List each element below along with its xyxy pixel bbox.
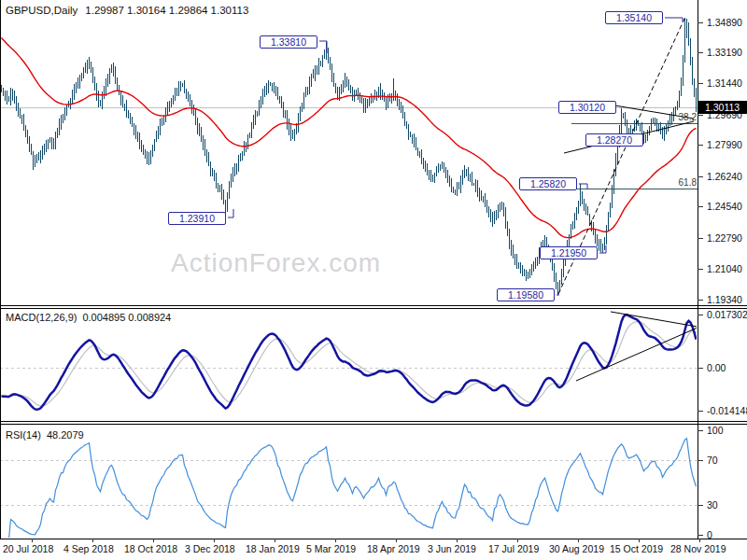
rsi-axis-label-0: 0 [707, 529, 712, 540]
rsi-value: 48.2079 [47, 429, 84, 441]
price-label-connector [665, 18, 683, 21]
ohlc-readout: 1.29987 1.30164 1.29864 1.30113 [85, 5, 248, 16]
date-label-3: 3 Dec 2018 [185, 543, 235, 554]
fib-61.8-label: 61.8 [676, 177, 697, 188]
price-label-1.25820: 1.25820 [519, 177, 577, 190]
rsi-name: RSI(14) [6, 429, 41, 441]
date-label-4: 18 Jan 2019 [246, 543, 300, 554]
chart-window: ActionForex.com GBPUSD,Daily1.29987 1.30… [0, 0, 747, 560]
price-axis-label-1.24540: 1.24540 [707, 201, 742, 212]
date-label-10: 15 Oct 2019 [610, 543, 663, 554]
date-label-6: 18 Apr 2019 [367, 543, 420, 554]
price-label-1.33810: 1.33810 [260, 35, 317, 49]
date-label-5: 5 Mar 2019 [306, 543, 356, 554]
price-axis-label-1.19340: 1.19340 [707, 294, 742, 305]
rsi-axis-label-100: 100 [707, 425, 724, 436]
price-axis-label-1.33190: 1.33190 [707, 47, 742, 58]
chart-canvas[interactable] [0, 0, 747, 560]
rsi-line [2, 439, 697, 539]
macd-main-line [2, 315, 697, 410]
price-axis-label-1.21040: 1.21040 [707, 263, 742, 274]
fib-38.2-label: 38.2 [676, 112, 697, 122]
price-label-1.23910: 1.23910 [168, 212, 226, 225]
price-axis-label-1.31440: 1.31440 [707, 77, 742, 89]
macd-axis-label--0.014148: -0.014148 [707, 405, 747, 416]
macd-indicator-label: MACD(12,26,9)0.004895 0.008924 [6, 312, 171, 323]
date-label-2: 18 Oct 2018 [124, 543, 177, 554]
price-axis-label-1.26240: 1.26240 [707, 171, 742, 182]
price-axis-label-1.27990: 1.27990 [707, 139, 742, 150]
rsi-axis-label-70: 70 [707, 455, 718, 466]
macd-axis-label-0.017302: 0.017302 [707, 309, 747, 320]
price-label-1.28270: 1.28270 [585, 133, 643, 147]
date-label-1: 4 Sep 2018 [63, 543, 114, 554]
price-label-connector [319, 41, 327, 53]
date-label-0: 20 Jul 2018 [3, 543, 53, 554]
macd-wedge-upper-line [611, 312, 698, 327]
date-label-9: 30 Aug 2019 [549, 543, 604, 554]
date-label-7: 3 Jun 2019 [428, 543, 476, 554]
price-label-connector [228, 209, 233, 217]
macd-name: MACD(12,26,9) [6, 312, 77, 323]
chart-title: GBPUSD,Daily1.29987 1.30164 1.29864 1.30… [6, 5, 248, 16]
symbol-timeframe-label: GBPUSD,Daily [6, 5, 78, 16]
rsi-indicator-label: RSI(14)48.2079 [6, 429, 84, 441]
current-price-tag: 1.30113 [698, 101, 747, 114]
macd-axis-label-0.00: 0.00 [707, 362, 726, 373]
price-axis-label-1.22790: 1.22790 [707, 232, 742, 244]
price-label-1.19580: 1.19580 [497, 288, 555, 301]
price-axis-label-1.34890: 1.34890 [707, 17, 742, 28]
date-label-11: 28 Nov 2019 [670, 543, 726, 554]
macd-values: 0.004895 0.008924 [82, 312, 171, 323]
date-label-8: 17 Jul 2019 [488, 543, 539, 554]
price-label-1.21950: 1.21950 [540, 246, 598, 259]
price-label-1.35140: 1.35140 [605, 11, 663, 24]
price-label-1.30120: 1.30120 [558, 101, 616, 114]
rsi-axis-label-30: 30 [707, 499, 718, 511]
